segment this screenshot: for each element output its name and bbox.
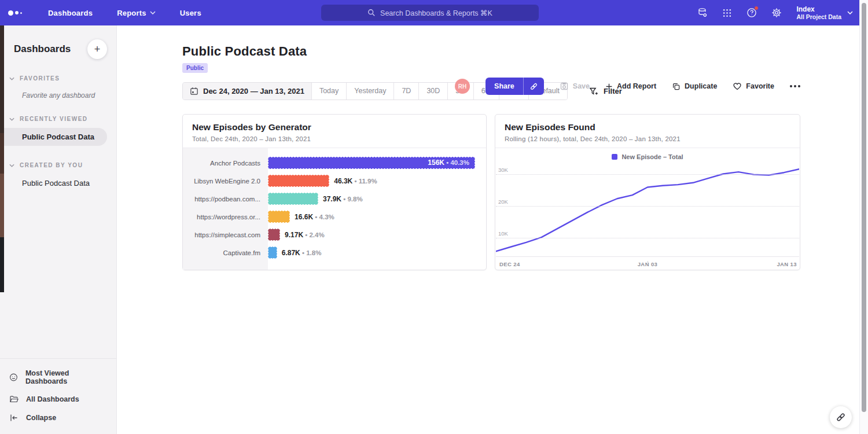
save-icon bbox=[560, 82, 569, 91]
bar-0[interactable]: 156K • 40.3% bbox=[268, 157, 475, 169]
plus-icon: + bbox=[94, 43, 101, 56]
nav-reports-label: Reports bbox=[117, 9, 146, 17]
nav-dashboards[interactable]: Dashboards bbox=[38, 9, 102, 17]
line-chart-legend[interactable]: New Episode – Total bbox=[495, 152, 800, 161]
bar-row-0: Anchor Podcasts156K • 40.3% bbox=[183, 154, 475, 172]
duplicate-button[interactable]: Duplicate bbox=[672, 82, 717, 91]
section-recently-viewed[interactable]: RECENTLY VIEWED bbox=[0, 116, 116, 122]
duplicate-icon bbox=[672, 82, 681, 91]
section-created-by-you[interactable]: CREATED BY YOU bbox=[0, 162, 116, 168]
date-range-value: Dec 24, 2020 — Jan 13, 2021 bbox=[203, 87, 304, 95]
nav-dashboards-label: Dashboards bbox=[48, 9, 93, 17]
favorite-button[interactable]: Favorite bbox=[733, 82, 774, 91]
sidebar-item-public-podcast-data-recent[interactable]: Public Podcast Data bbox=[0, 128, 107, 146]
share-link-button[interactable] bbox=[523, 78, 544, 95]
app-logo[interactable] bbox=[8, 10, 34, 16]
bar-value-label: 9.17K • 2.4% bbox=[285, 231, 325, 239]
chevron-down-icon bbox=[847, 11, 853, 14]
sidebar-item-public-podcast-data-created[interactable]: Public Podcast Data bbox=[0, 174, 107, 192]
card-new-episodes-by-generator: New Episodes by Generator Total, Dec 24t… bbox=[182, 114, 487, 270]
y-tick-label: 10K bbox=[498, 230, 508, 237]
avatar[interactable]: RH bbox=[455, 79, 470, 94]
screen-edge-artifact bbox=[0, 25, 4, 292]
gridline-10k: 10K bbox=[496, 238, 799, 238]
public-badge: Public bbox=[182, 63, 208, 73]
date-preset-30d[interactable]: 30D bbox=[418, 83, 447, 100]
collapse-sidebar-button[interactable]: Collapse bbox=[0, 409, 116, 427]
bar-1[interactable] bbox=[268, 175, 329, 187]
line-chart-subtitle: Rolling (12 hours), total, Dec 24th, 202… bbox=[505, 135, 790, 142]
bar-category-label: https://wordpress.or... bbox=[183, 214, 268, 220]
add-report-button[interactable]: Add Report bbox=[605, 82, 656, 90]
x-tick-jan13: JAN 13 bbox=[777, 261, 797, 267]
date-range-picker[interactable]: Dec 24, 2020 — Jan 13, 2021 bbox=[183, 83, 311, 100]
bar-value-label: 46.3K • 11.9% bbox=[334, 177, 377, 185]
chevron-down-icon bbox=[9, 164, 14, 167]
header-actions: RH Share Save Add Report Duplicate Favor… bbox=[455, 78, 800, 95]
line-chart-plot[interactable]: 10K20K30K bbox=[496, 164, 799, 257]
card-new-episodes-found: New Episodes Found Rolling (12 hours), t… bbox=[495, 114, 800, 270]
project-scope: All Project Data bbox=[796, 13, 841, 21]
get-link-floating-button[interactable] bbox=[830, 406, 852, 428]
add-dashboard-button[interactable]: + bbox=[87, 39, 107, 59]
help-icon[interactable] bbox=[746, 8, 757, 18]
date-preset-yesterday[interactable]: Yesterday bbox=[346, 83, 393, 100]
bar-2[interactable] bbox=[268, 193, 318, 205]
bar-value-label: 37.9K • 9.8% bbox=[323, 195, 363, 203]
plus-icon bbox=[605, 83, 613, 90]
scrollbar-thumb[interactable] bbox=[862, 3, 866, 412]
more-options-button[interactable] bbox=[790, 85, 800, 87]
most-viewed-dashboards-button[interactable]: Most Viewed Dashboards bbox=[0, 365, 116, 390]
share-button[interactable]: Share bbox=[486, 78, 523, 95]
date-preset-7d[interactable]: 7D bbox=[393, 83, 418, 100]
search-input[interactable]: Search Dashboards & Reports ⌘K bbox=[321, 5, 539, 21]
section-recently-viewed-label: RECENTLY VIEWED bbox=[20, 116, 88, 122]
settings-gear-icon[interactable] bbox=[771, 8, 782, 18]
save-label: Save bbox=[573, 82, 590, 90]
bar-category-label: Captivate.fm bbox=[183, 249, 268, 256]
folder-icon bbox=[9, 395, 19, 404]
gridline-30k: 30K bbox=[496, 174, 799, 175]
gridline-20k: 20K bbox=[496, 206, 799, 207]
collapse-icon bbox=[9, 413, 19, 422]
bar-row-2: https://podbean.com...37.9K • 9.8% bbox=[183, 190, 475, 208]
search-icon bbox=[367, 9, 376, 17]
calendar-icon bbox=[190, 87, 198, 95]
heart-icon bbox=[733, 82, 742, 91]
bar-row-4: https://simplecast.com9.17K • 2.4% bbox=[183, 226, 475, 244]
section-favorites[interactable]: FAVORITES bbox=[0, 75, 116, 82]
date-preset-today[interactable]: Today bbox=[311, 83, 346, 100]
bar-category-label: https://podbean.com... bbox=[183, 196, 268, 203]
bar-category-label: https://simplecast.com bbox=[183, 231, 268, 238]
x-tick-jan03: JAN 03 bbox=[638, 261, 658, 267]
project-selector[interactable]: Index All Project Data bbox=[796, 5, 853, 21]
section-favorites-label: FAVORITES bbox=[20, 75, 60, 82]
bar-3[interactable] bbox=[268, 211, 290, 223]
bar-4[interactable] bbox=[268, 229, 280, 241]
bar-5[interactable] bbox=[268, 247, 277, 259]
data-sources-icon[interactable] bbox=[697, 8, 708, 18]
bar-chart-title: New Episodes by Generator bbox=[192, 122, 477, 133]
search-placeholder: Search Dashboards & Reports ⌘K bbox=[380, 9, 492, 17]
bar-chart-subtitle: Total, Dec 24th, 2020 – Jan 13th, 2021 bbox=[192, 135, 477, 142]
y-tick-label: 20K bbox=[498, 198, 508, 205]
favorites-empty-hint: Favorite any dashboard bbox=[0, 91, 116, 100]
share-button-group: Share bbox=[486, 78, 544, 95]
all-dashboards-button[interactable]: All Dashboards bbox=[0, 390, 116, 409]
nav-reports[interactable]: Reports bbox=[107, 9, 165, 17]
sidebar-title: Dashboards bbox=[14, 43, 71, 55]
page-scrollbar[interactable] bbox=[859, 0, 868, 434]
link-icon bbox=[529, 82, 538, 91]
line-chart-title: New Episodes Found bbox=[505, 122, 790, 133]
legend-label: New Episode – Total bbox=[621, 153, 683, 160]
chevron-down-icon bbox=[9, 117, 14, 121]
bar-category-label: Libsyn WebEngine 2.0 bbox=[183, 178, 268, 185]
bar-row-1: Libsyn WebEngine 2.046.3K • 11.9% bbox=[183, 172, 475, 190]
apps-grid-icon[interactable] bbox=[722, 8, 732, 18]
y-tick-label: 30K bbox=[498, 167, 508, 173]
nav-users[interactable]: Users bbox=[170, 9, 211, 17]
bar-value-label: 6.87K • 1.8% bbox=[282, 249, 322, 257]
bar-row-3: https://wordpress.or...16.6K • 4.3% bbox=[183, 208, 475, 226]
bar-category-label: Anchor Podcasts bbox=[183, 160, 268, 167]
save-button[interactable]: Save bbox=[560, 82, 590, 91]
